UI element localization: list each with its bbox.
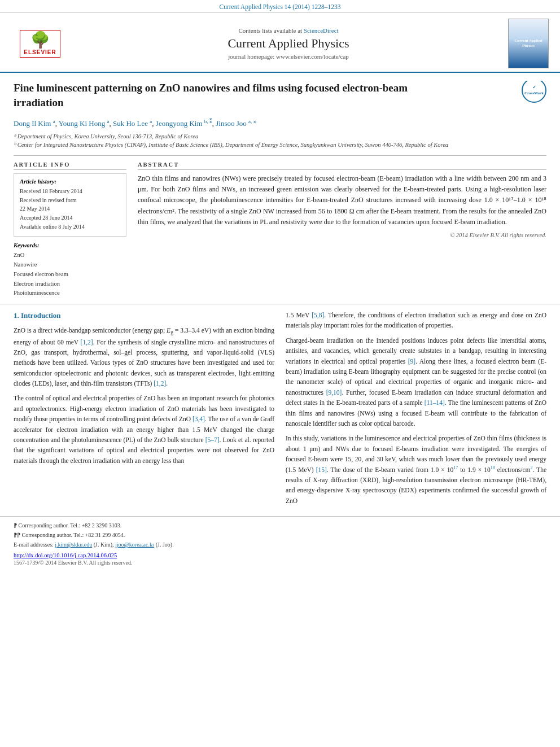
article-history-box: Article history: Received 18 February 20…: [14, 173, 126, 237]
journal-citation: Current Applied Physics 14 (2014) 1228–1…: [0, 0, 560, 13]
intro-para1: ZnO is a direct wide-bandgap semiconduct…: [14, 325, 274, 389]
keywords-section: Keywords: ZnO Nanowire Focused electron …: [14, 242, 126, 298]
article-info-label: ARTICLE INFO: [14, 161, 126, 170]
intro-para4: Charged-beam irradiation on the intended…: [286, 335, 546, 429]
body-two-col: 1. Introduction ZnO is a direct wide-ban…: [14, 310, 546, 510]
journal-homepage: journal homepage: www.elsevier.com/locat…: [71, 53, 506, 60]
article-title: Fine luminescent patterning on ZnO nanow…: [14, 81, 443, 110]
abstract-text: ZnO thin films and nanowires (NWs) were …: [138, 173, 546, 228]
footnote-star1: ⁋ Corresponding author. Tel.: +82 2 3290…: [14, 521, 546, 530]
journal-name-block: Contents lists available at ScienceDirec…: [71, 27, 506, 60]
article-content: ✓CrossMark Fine luminescent patterning o…: [0, 73, 560, 298]
copyright-line: © 2014 Elsevier B.V. All rights reserved…: [138, 232, 546, 238]
article-info-abstract: ARTICLE INFO Article history: Received 1…: [14, 161, 546, 298]
footnote-star2: ⁋⁋ Corresponding author. Tel.: +82 31 29…: [14, 531, 546, 539]
affiliations: ᵃ Department of Physics, Korea Universit…: [14, 132, 546, 150]
doi-line: http://dx.doi.org/10.1016/j.cap.2014.06.…: [0, 550, 560, 560]
sciencedirect-link[interactable]: ScienceDirect: [304, 27, 339, 34]
abstract-column: ABSTRACT ZnO thin films and nanowires (N…: [138, 161, 546, 298]
intro-para5: In this study, variations in the lumines…: [286, 433, 546, 506]
crossmark-badge[interactable]: ✓CrossMark: [522, 81, 546, 103]
intro-heading: 1. Introduction: [14, 310, 274, 322]
footnote-emails: E-mail addresses: j.kim@skku.edu (J. Kim…: [14, 540, 546, 549]
authors-line: Dong Il Kim a, Young Ki Hong a, Suk Ho L…: [14, 119, 546, 128]
journal-thumbnail: Current Applied Physics: [506, 19, 551, 68]
intro-para2: The control of optical and electrical pr…: [14, 393, 274, 466]
article-info-column: ARTICLE INFO Article history: Received 1…: [14, 161, 126, 298]
body-right-col: 1.5 MeV [5,8]. Therefore, the conditions…: [286, 310, 546, 510]
journal-title: Current Applied Physics: [71, 36, 506, 51]
intro-para3: 1.5 MeV [5,8]. Therefore, the conditions…: [286, 310, 546, 331]
journal-header: 🌳 ELSEVIER Contents lists available at S…: [0, 13, 560, 73]
elsevier-logo: 🌳 ELSEVIER: [9, 30, 71, 58]
body-left-col: 1. Introduction ZnO is a direct wide-ban…: [14, 310, 274, 510]
body-section: 1. Introduction ZnO is a direct wide-ban…: [0, 304, 560, 510]
doi-link[interactable]: http://dx.doi.org/10.1016/j.cap.2014.06.…: [14, 552, 117, 558]
footnote-area: ⁋ Corresponding author. Tel.: +82 2 3290…: [0, 516, 560, 549]
abstract-label: ABSTRACT: [138, 161, 546, 170]
tree-icon: 🌳: [30, 32, 50, 48]
issn-line: 1567-1739/© 2014 Elsevier B.V. All right…: [0, 560, 560, 570]
